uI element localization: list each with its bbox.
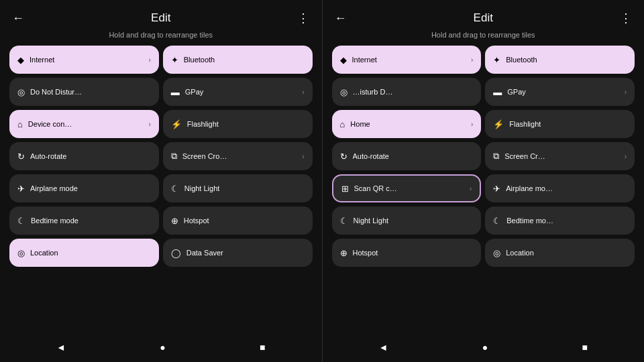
location-icon: ◎ — [17, 248, 25, 258]
hotspot-icon: ⊕ — [340, 248, 347, 258]
nav-btn-2[interactable]: ■ — [574, 339, 595, 355]
location-icon: ◎ — [493, 248, 500, 258]
subtitle-2: Hold and drag to rearrange tiles — [431, 31, 535, 39]
tile-gpay[interactable]: ▬GPay› — [485, 78, 635, 106]
bedtimemode-icon: ☾ — [493, 216, 501, 226]
screen-2: ← Edit ⋮ Hold and drag to rearrange tile… — [323, 0, 645, 362]
bedtimemode-label: Bedtime mo… — [506, 217, 627, 225]
nav-btn-0[interactable]: ◄ — [371, 339, 396, 355]
hotspot-icon: ⊕ — [171, 216, 178, 226]
tile-scanqr[interactable]: ⊞Scan QR c…› — [332, 174, 482, 202]
tile-donotdisturb[interactable]: ◎Do Not Distur… — [9, 78, 159, 106]
scanqr-label: Scan QR c… — [354, 184, 464, 192]
flashlight-icon: ⚡ — [493, 119, 504, 129]
gpay-icon: ▬ — [493, 87, 502, 97]
donotdisturb-label: Do Not Distur… — [30, 88, 151, 96]
tile-datasaver[interactable]: ◯Data Saver — [163, 239, 313, 267]
back-button-1[interactable]: ← — [12, 11, 24, 25]
bedtimemode-label: Bedtime mode — [31, 217, 151, 225]
tile-internet[interactable]: ◆Internet› — [332, 46, 482, 74]
tile-bluetooth[interactable]: ✦Bluetooth — [163, 46, 313, 74]
tile-donotdisturb[interactable]: ◎…isturb D… — [332, 78, 482, 106]
tile-screencrop[interactable]: ⧉Screen Cro…› — [163, 142, 313, 170]
bedtimemode-icon: ☾ — [17, 216, 25, 226]
screencrop-label: Screen Cro… — [182, 152, 297, 160]
internet-icon: ◆ — [340, 55, 347, 65]
home-icon: ⌂ — [340, 119, 345, 129]
back-button-2[interactable]: ← — [335, 11, 347, 25]
tile-gpay[interactable]: ▬GPay› — [163, 78, 313, 106]
donotdisturb-icon: ◎ — [17, 87, 25, 97]
autorotate-label: Auto-rotate — [353, 152, 474, 160]
screencrop-icon: ⧉ — [493, 151, 499, 162]
nav-btn-1[interactable]: ● — [152, 339, 173, 355]
gpay-icon: ▬ — [171, 87, 180, 97]
tile-home[interactable]: ⌂Home› — [332, 110, 482, 138]
header-1: ← Edit ⋮ — [9, 11, 313, 31]
screen-1: ← Edit ⋮ Hold and drag to rearrange tile… — [0, 0, 322, 362]
airplanemode-label: Airplane mo… — [506, 184, 627, 192]
nav-btn-2[interactable]: ■ — [252, 339, 273, 355]
nav-bar-1: ◄●■ — [9, 334, 313, 355]
gpay-arrow: › — [302, 88, 304, 96]
screens-container: ← Edit ⋮ Hold and drag to rearrange tile… — [0, 0, 644, 362]
nav-bar-2: ◄●■ — [332, 334, 635, 355]
location-label: Location — [30, 249, 151, 257]
datasaver-label: Data Saver — [186, 249, 305, 257]
autorotate-icon: ↻ — [17, 152, 25, 162]
header-2: ← Edit ⋮ — [332, 11, 635, 31]
internet-label: Internet — [352, 56, 466, 64]
screencrop-icon: ⧉ — [171, 151, 177, 162]
screencrop-label: Screen Cr… — [504, 152, 619, 160]
devicecon-label: Device con… — [28, 120, 144, 128]
airplanemode-label: Airplane mode — [30, 184, 151, 192]
tile-hotspot[interactable]: ⊕Hotspot — [163, 206, 313, 235]
nightlight-icon: ☾ — [340, 216, 348, 226]
menu-button-1[interactable]: ⋮ — [297, 11, 309, 25]
bluetooth-icon: ✦ — [493, 55, 500, 65]
datasaver-icon: ◯ — [171, 248, 181, 258]
nav-btn-1[interactable]: ● — [474, 339, 496, 355]
tile-nightlight[interactable]: ☾Night Light — [163, 174, 313, 202]
gpay-arrow: › — [625, 88, 627, 96]
tile-screencrop[interactable]: ⧉Screen Cr…› — [485, 142, 635, 170]
devicecon-icon: ⌂ — [17, 119, 23, 129]
gpay-label: GPay — [507, 88, 619, 96]
screencrop-arrow: › — [625, 153, 627, 160]
tile-devicecon[interactable]: ⌂Device con…› — [9, 110, 159, 138]
tile-airplanemode[interactable]: ✈Airplane mode — [9, 174, 159, 202]
nightlight-label: Night Light — [354, 217, 474, 225]
tile-airplanemode[interactable]: ✈Airplane mo… — [485, 174, 635, 202]
tile-flashlight[interactable]: ⚡Flashlight — [485, 110, 635, 138]
devicecon-arrow: › — [148, 121, 150, 128]
tile-location[interactable]: ◎Location — [485, 239, 635, 267]
tile-hotspot[interactable]: ⊕Hotspot — [332, 239, 482, 267]
tile-nightlight[interactable]: ☾Night Light — [332, 206, 482, 235]
internet-arrow: › — [471, 56, 473, 64]
airplanemode-icon: ✈ — [17, 184, 25, 194]
flashlight-icon: ⚡ — [171, 119, 182, 129]
airplanemode-icon: ✈ — [493, 184, 500, 194]
nightlight-label: Night Light — [184, 184, 305, 192]
tile-bedtimemode[interactable]: ☾Bedtime mode — [9, 206, 159, 235]
nightlight-icon: ☾ — [171, 184, 179, 194]
bluetooth-icon: ✦ — [171, 55, 178, 65]
tile-location[interactable]: ◎Location — [9, 239, 159, 267]
screencrop-arrow: › — [302, 153, 304, 160]
location-label: Location — [506, 249, 627, 257]
tile-autorotate[interactable]: ↻Auto-rotate — [332, 142, 482, 170]
title-2: Edit — [474, 11, 493, 25]
title-1: Edit — [151, 11, 170, 25]
home-arrow: › — [471, 121, 473, 128]
tile-internet[interactable]: ◆Internet› — [9, 46, 159, 74]
tile-bedtimemode[interactable]: ☾Bedtime mo… — [485, 206, 635, 235]
scanqr-icon: ⊞ — [341, 184, 349, 194]
nav-btn-0[interactable]: ◄ — [48, 339, 74, 355]
donotdisturb-icon: ◎ — [340, 87, 347, 97]
tile-autorotate[interactable]: ↻Auto-rotate — [9, 142, 159, 170]
flashlight-label: Flashlight — [187, 120, 305, 128]
tiles-grid-1: ◆Internet›✦Bluetooth◎Do Not Distur…▬GPay… — [9, 46, 313, 267]
menu-button-2[interactable]: ⋮ — [620, 11, 632, 25]
tile-flashlight[interactable]: ⚡Flashlight — [163, 110, 313, 138]
tile-bluetooth[interactable]: ✦Bluetooth — [485, 46, 635, 74]
